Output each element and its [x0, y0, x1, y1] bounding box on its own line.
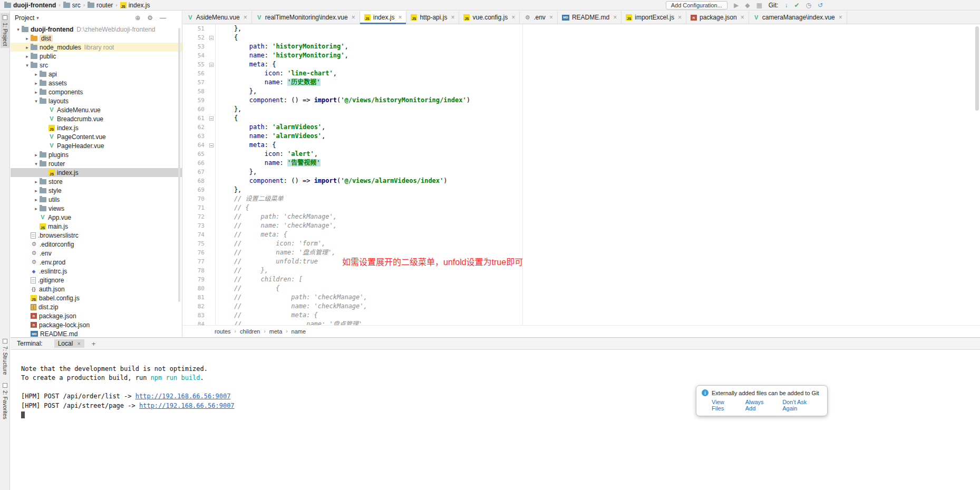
editor-gutter[interactable]: 65	[183, 150, 216, 159]
chevron-right-icon[interactable]: ▸	[33, 206, 40, 211]
chevron-right-icon[interactable]: ▸	[33, 197, 40, 202]
editor-gutter[interactable]: 77	[183, 257, 216, 266]
tree-item[interactable]: ▸utils	[11, 195, 182, 204]
tab-close-icon[interactable]: ×	[741, 14, 744, 21]
tree-item[interactable]: ▸plugins	[11, 150, 182, 159]
editor-gutter[interactable]: 58	[183, 87, 216, 96]
tree-item[interactable]: ⚙.env.prod	[11, 258, 182, 267]
tree-item[interactable]: npackage.json	[11, 311, 182, 320]
tree-item[interactable]: MDREADME.md	[11, 329, 182, 337]
stripe-button-favorites[interactable]: 2: Favorites	[1, 381, 9, 422]
tree-item[interactable]: .browserslistrc	[11, 231, 182, 240]
editor-gutter[interactable]: 74	[183, 230, 216, 239]
tree-item[interactable]: VAsideMenu.vue	[11, 105, 182, 114]
editor-tab[interactable]: npackage.json×	[686, 11, 749, 24]
editor-gutter[interactable]: 79	[183, 275, 216, 284]
editor-gutter[interactable]: 78	[183, 266, 216, 275]
run-icon[interactable]: ▶	[734, 2, 739, 8]
tree-item[interactable]: ⚙.editorconfig	[11, 240, 182, 249]
editor-tab[interactable]: ⚙.env×	[520, 11, 558, 24]
hide-icon[interactable]: —	[160, 14, 166, 22]
tree-item[interactable]: ▾duoji-frontendD:\zheheWeb\duoji-fronten…	[11, 25, 182, 34]
tree-item[interactable]: ▸assets	[11, 79, 182, 87]
tree-item[interactable]: dist.zip	[11, 302, 182, 311]
stripe-button-project[interactable]: 1: Project	[1, 13, 9, 48]
tree-item[interactable]: ▸style	[11, 186, 182, 195]
chevron-right-icon[interactable]: ▸	[24, 36, 31, 41]
git-update-icon[interactable]: ↓	[784, 2, 788, 8]
chevron-right-icon[interactable]: ▸	[24, 54, 31, 59]
notification-action[interactable]: View Files	[712, 399, 738, 411]
tree-item[interactable]: ▸components	[11, 87, 182, 96]
tree-item[interactable]: ▸api	[11, 70, 182, 79]
chevron-right-icon[interactable]: ▸	[33, 152, 40, 158]
tree-item[interactable]: JSindex.js	[11, 168, 182, 177]
editor-gutter[interactable]: 76	[183, 248, 216, 257]
locate-icon[interactable]: ⊕	[135, 14, 140, 22]
tab-close-icon[interactable]: ×	[352, 14, 355, 21]
add-configuration-button[interactable]: Add Configuration...	[666, 1, 727, 9]
tab-close-icon[interactable]: ×	[451, 14, 454, 21]
breadcrumb-item[interactable]: src	[62, 2, 82, 9]
notification-action[interactable]: Always Add	[745, 399, 774, 411]
editor-tab[interactable]: VcameraManage\index.vue×	[749, 11, 847, 24]
breadcrumb-item[interactable]: duoji-frontend	[3, 2, 57, 9]
tab-close-icon[interactable]: ×	[839, 14, 842, 21]
tree-item[interactable]: VPageContent.vue	[11, 132, 182, 141]
tree-item[interactable]: ▸views	[11, 204, 182, 213]
editor-tab[interactable]: VAsideMenu.vue×	[183, 11, 252, 24]
editor-gutter[interactable]: 70	[183, 194, 216, 203]
editor-gutter[interactable]: 71	[183, 203, 216, 212]
chevron-right-icon[interactable]: ▸	[33, 179, 40, 184]
tab-close-icon[interactable]: ×	[678, 14, 682, 21]
project-scrollbar[interactable]	[178, 28, 180, 302]
editor-breadcrumb-item[interactable]: routes	[215, 328, 231, 335]
terminal-link[interactable]: http://192.168.66.56:9007	[139, 402, 235, 409]
tab-close-icon[interactable]: ×	[77, 340, 80, 347]
chevron-down-icon[interactable]: ▾	[24, 63, 31, 68]
settings-icon[interactable]: ⚙	[147, 14, 153, 22]
editor-tab[interactable]: JSvue.config.js×	[459, 11, 520, 24]
editor-gutter[interactable]: 72	[183, 212, 216, 221]
editor-gutter[interactable]: 62	[183, 123, 216, 132]
editor-gutter[interactable]: 53	[183, 42, 216, 51]
editor-gutter[interactable]: 80	[183, 284, 216, 293]
editor-tab[interactable]: JSindex.js×	[360, 11, 407, 24]
editor-gutter[interactable]: 60	[183, 105, 216, 114]
editor-gutter[interactable]: 54	[183, 51, 216, 60]
breadcrumb-item[interactable]: router	[86, 2, 114, 9]
editor-tab[interactable]: JShttp-api.js×	[406, 11, 459, 24]
editor-gutter[interactable]: 51	[183, 24, 216, 33]
editor-gutter[interactable]: 61	[183, 114, 216, 123]
tab-close-icon[interactable]: ×	[398, 14, 402, 21]
tree-item[interactable]: ▸store	[11, 177, 182, 186]
history-icon[interactable]: ◷	[806, 2, 811, 8]
editor-breadcrumb-item[interactable]: children	[240, 328, 260, 335]
coverage-icon[interactable]: ▦	[756, 2, 762, 8]
tree-item[interactable]: VBreadcrumb.vue	[11, 114, 182, 123]
editor-breadcrumb-item[interactable]: name	[292, 328, 306, 335]
editor-gutter[interactable]: 64	[183, 141, 216, 150]
tab-close-icon[interactable]: ×	[549, 14, 553, 21]
tab-close-icon[interactable]: ×	[613, 14, 617, 21]
tree-item[interactable]: ▾src	[11, 61, 182, 70]
debug-icon[interactable]: ◆	[745, 2, 750, 8]
editor-gutter[interactable]: 69	[183, 185, 216, 194]
editor-gutter[interactable]: 56	[183, 69, 216, 78]
git-commit-icon[interactable]: ✔	[794, 2, 799, 8]
chevron-right-icon[interactable]: ▸	[24, 45, 31, 50]
tree-item[interactable]: ▸public	[11, 52, 182, 61]
editor-tab[interactable]: VrealTimeMonitoring\index.vue×	[252, 11, 360, 24]
editor-gutter[interactable]: 52	[183, 33, 216, 42]
tree-item[interactable]: VApp.vue	[11, 213, 182, 222]
tab-close-icon[interactable]: ×	[244, 14, 247, 21]
editor-gutter[interactable]: 81	[183, 293, 216, 302]
tree-item[interactable]: ⚙.env	[11, 249, 182, 258]
terminal-link[interactable]: http://192.168.66.56:9007	[135, 393, 231, 400]
editor-gutter[interactable]: 68	[183, 177, 216, 185]
project-view-selector[interactable]: Project ▾	[15, 14, 39, 22]
editor-gutter[interactable]: 75	[183, 239, 216, 248]
editor-tab[interactable]: MDREADME.md×	[558, 11, 622, 24]
editor-gutter[interactable]: 55	[183, 60, 216, 69]
chevron-down-icon[interactable]: ▾	[33, 161, 40, 166]
